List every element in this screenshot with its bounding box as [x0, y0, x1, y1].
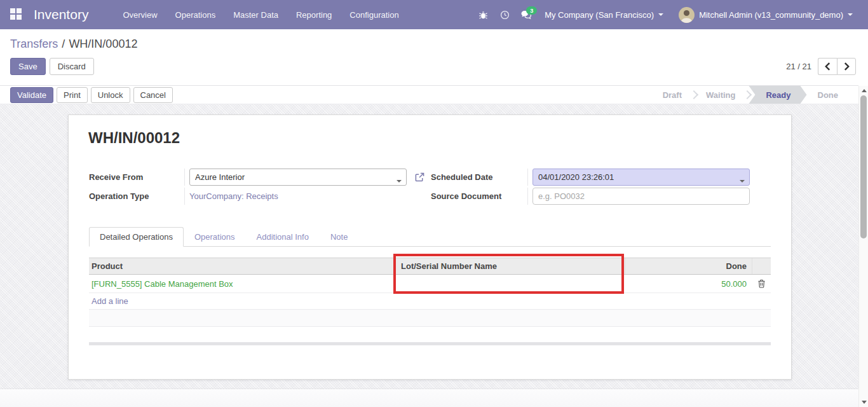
pager-count: 21 / 21	[786, 62, 811, 71]
user-menu-label: Mitchell Admin (v13_community_demo)	[699, 10, 843, 20]
nav-item-master-data[interactable]: Master Data	[224, 6, 287, 24]
message-count-badge: 3	[526, 6, 537, 15]
operation-type-link[interactable]: YourCompany: Receipts	[189, 191, 278, 201]
record-title: WH/IN/00012	[88, 129, 180, 147]
company-menu-label: My Company (San Francisco)	[545, 10, 654, 20]
save-button[interactable]: Save	[10, 58, 46, 75]
unlock-button[interactable]: Unlock	[91, 87, 130, 103]
dropdown-caret-icon[interactable]	[740, 180, 745, 183]
nav-item-reporting[interactable]: Reporting	[287, 6, 341, 24]
tab-additional-info[interactable]: Additional Info	[246, 227, 320, 247]
product-cell: [FURN_5555] Cable Management Box	[89, 275, 395, 293]
nav-item-overview[interactable]: Overview	[114, 6, 166, 24]
column-header-lot-serial[interactable]: Lot/Serial Number Name	[395, 258, 625, 274]
chatter-area	[0, 389, 858, 407]
nav-item-configuration[interactable]: Configuration	[341, 6, 407, 24]
nav-right: 3 My Company (San Francisco) Mitchell Ad…	[473, 0, 859, 29]
statusbar: Draft Waiting Ready Done	[652, 86, 849, 104]
sheet-divider-bar	[89, 342, 771, 345]
tab-operations[interactable]: Operations	[184, 227, 246, 247]
content-area: WH/IN/00012 Receive From Operation Type …	[0, 104, 858, 407]
scheduled-date-label: Scheduled Date	[431, 169, 528, 186]
company-menu[interactable]: My Company (San Francisco)	[538, 0, 670, 29]
vertical-scrollbar[interactable]	[858, 86, 868, 407]
table-row: [FURN_5555] Cable Management Box 50.000	[89, 275, 771, 293]
breadcrumb-transfers-link[interactable]: Transfers	[10, 38, 58, 50]
scheduled-date-field	[532, 172, 750, 182]
user-avatar	[679, 7, 695, 23]
status-step-draft[interactable]: Draft	[652, 86, 693, 104]
scheduled-date-input[interactable]	[532, 169, 750, 186]
action-bar: Validate Print Unlock Cancel Draft Waiti…	[0, 85, 858, 104]
triangle-up-icon	[862, 89, 867, 92]
table-header-row: Product Lot/Serial Number Name Done	[89, 258, 771, 275]
receive-from-label: Receive From	[89, 169, 185, 186]
tab-detailed-operations[interactable]: Detailed Operations	[89, 227, 184, 247]
validate-button[interactable]: Validate	[10, 87, 53, 103]
tab-note[interactable]: Note	[320, 227, 358, 247]
internal-link-icon[interactable]	[415, 169, 431, 186]
empty-table-row	[89, 310, 771, 327]
activities-clock-icon[interactable]	[495, 5, 514, 24]
caret-down-icon	[658, 13, 663, 16]
form-group-right: Scheduled Date Source Document	[415, 169, 752, 205]
column-header-handle	[752, 258, 771, 274]
scrollbar-thumb[interactable]	[860, 95, 867, 238]
source-document-field	[532, 191, 750, 201]
lot-serial-cell[interactable]	[395, 275, 625, 293]
save-discard-row: Save Discard	[10, 58, 858, 75]
source-document-label: Source Document	[431, 188, 528, 205]
operation-type-label: Operation Type	[89, 188, 185, 205]
nav-menu: Overview Operations Master Data Reportin…	[114, 6, 407, 24]
status-step-ready[interactable]: Ready	[749, 86, 806, 104]
pager-next-button[interactable]	[837, 58, 856, 75]
status-step-done[interactable]: Done	[807, 86, 850, 104]
scroll-down-button[interactable]	[859, 397, 868, 407]
breadcrumb: Transfers/WH/IN/00012	[10, 38, 858, 51]
row-actions-cell	[752, 275, 771, 293]
pager: 21 / 21	[786, 58, 856, 75]
status-step-waiting[interactable]: Waiting	[695, 86, 746, 104]
triangle-down-icon	[862, 401, 867, 404]
cancel-button[interactable]: Cancel	[133, 87, 173, 103]
scroll-up-button[interactable]	[859, 86, 868, 95]
add-line-row: Add a line	[89, 293, 771, 310]
discard-button[interactable]: Discard	[50, 58, 94, 75]
form-sheet: WH/IN/00012 Receive From Operation Type …	[68, 114, 792, 380]
top-navbar: Inventory Overview Operations Master Dat…	[0, 0, 868, 29]
breadcrumb-separator: /	[62, 38, 65, 50]
operations-table: Product Lot/Serial Number Name Done [FUR…	[89, 258, 771, 327]
pager-previous-button[interactable]	[818, 58, 837, 75]
caret-down-icon	[848, 13, 853, 16]
apps-menu-icon[interactable]	[10, 8, 23, 21]
print-button[interactable]: Print	[57, 87, 88, 103]
product-link[interactable]: [FURN_5555] Cable Management Box	[92, 279, 233, 289]
dropdown-caret-icon[interactable]	[397, 180, 402, 183]
form-group-left: Receive From Operation Type YourCompany:…	[89, 169, 427, 205]
messages-icon[interactable]: 3	[517, 5, 536, 24]
nav-item-operations[interactable]: Operations	[166, 6, 225, 24]
user-menu[interactable]: Mitchell Admin (v13_community_demo)	[672, 0, 859, 29]
receive-from-field	[189, 172, 407, 182]
screen: Inventory Overview Operations Master Dat…	[0, 0, 868, 407]
add-a-line-link[interactable]: Add a line	[92, 296, 128, 306]
notebook-tabs: Detailed Operations Operations Additiona…	[89, 228, 771, 247]
column-header-done[interactable]: Done	[625, 258, 752, 274]
app-name[interactable]: Inventory	[34, 7, 88, 22]
receive-from-input[interactable]	[189, 169, 407, 186]
control-panel: Transfers/WH/IN/00012 Save Discard 21 / …	[0, 29, 868, 85]
pager-buttons	[818, 58, 856, 75]
column-header-product[interactable]: Product	[89, 258, 395, 274]
done-qty-cell[interactable]: 50.000	[625, 275, 752, 293]
debug-bug-icon[interactable]	[473, 5, 492, 24]
source-document-input[interactable]	[532, 188, 750, 205]
breadcrumb-current: WH/IN/00012	[69, 38, 137, 50]
delete-row-trash-icon[interactable]	[757, 279, 766, 288]
